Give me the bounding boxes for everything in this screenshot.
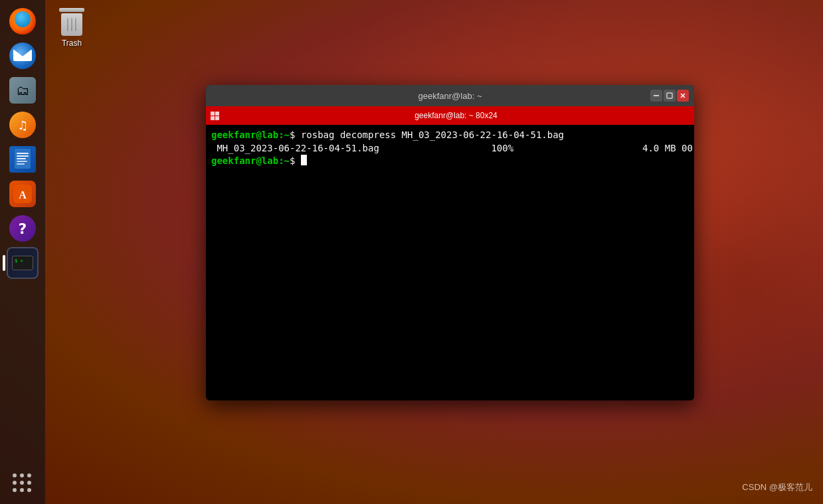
prompt-user-2: geekfanr@lab bbox=[211, 155, 278, 168]
watermark-text: CSDN @极客范儿 bbox=[742, 482, 812, 492]
dock-item-terminal[interactable] bbox=[7, 247, 39, 279]
dock-item-rhythmbox[interactable]: ♫ bbox=[7, 109, 39, 141]
minimize-button[interactable] bbox=[650, 90, 662, 102]
terminal-window-title: geekfanr@lab: ~ bbox=[418, 91, 482, 101]
prompt-path: :~ bbox=[278, 129, 290, 142]
firefox-icon bbox=[9, 8, 36, 35]
maximize-button[interactable] bbox=[664, 90, 676, 102]
writer-icon bbox=[9, 146, 36, 173]
appstore-icon: A bbox=[9, 181, 36, 207]
terminal-tab-title: geekfanr@lab: ~ 80x24 bbox=[222, 111, 690, 120]
dock-item-firefox[interactable] bbox=[7, 5, 39, 37]
grid-dot bbox=[13, 473, 17, 477]
terminal-window: geekfanr@lab: ~ bbox=[206, 85, 694, 400]
grid-dot bbox=[27, 481, 31, 485]
grid-dot bbox=[20, 481, 24, 485]
svg-rect-10 bbox=[667, 93, 672, 98]
grid-dot bbox=[13, 481, 17, 485]
dock-item-help[interactable]: ? bbox=[7, 212, 39, 244]
window-controls bbox=[650, 90, 689, 102]
prompt-dollar: $ bbox=[290, 129, 301, 142]
terminal-tab-bar: geekfanr@lab: ~ 80x24 bbox=[206, 106, 694, 125]
terminal-line-2: MH_03_2023-06-22-16-04-51.bag 100% 4.0 M… bbox=[211, 142, 689, 155]
dock-item-appstore[interactable]: A bbox=[7, 178, 39, 210]
trash-desktop-icon[interactable]: Trash bbox=[60, 8, 84, 48]
close-button[interactable] bbox=[677, 90, 689, 102]
watermark: CSDN @极客范儿 bbox=[742, 481, 812, 493]
svg-rect-5 bbox=[17, 161, 27, 162]
svg-rect-9 bbox=[654, 95, 659, 96]
svg-rect-3 bbox=[17, 155, 29, 157]
tab-icon bbox=[210, 111, 219, 120]
grid-dot bbox=[27, 488, 31, 492]
terminal-command: rosbag decompress MH_03_2023-06-22-16-04… bbox=[301, 129, 564, 142]
terminal-line-3: geekfanr@lab:~$ bbox=[211, 155, 689, 168]
terminal-output: MH_03_2023-06-22-16-04-51.bag 100% 4.0 M… bbox=[211, 142, 694, 155]
help-icon: ? bbox=[9, 215, 36, 242]
grid-dot bbox=[13, 488, 17, 492]
terminal-titlebar[interactable]: geekfanr@lab: ~ bbox=[206, 85, 694, 106]
files-icon: 🗂 bbox=[9, 77, 36, 104]
terminal-cursor bbox=[301, 155, 307, 165]
dock: 🗂 ♫ A bbox=[0, 0, 45, 504]
rhythmbox-icon: ♫ bbox=[9, 112, 36, 138]
svg-rect-6 bbox=[17, 163, 25, 165]
dock-item-files[interactable]: 🗂 bbox=[7, 74, 39, 106]
dock-item-thunderbird[interactable] bbox=[7, 40, 39, 72]
desktop: 🗂 ♫ A bbox=[0, 0, 823, 504]
svg-rect-4 bbox=[17, 158, 26, 159]
app-grid-button[interactable] bbox=[13, 473, 33, 493]
grid-dot bbox=[20, 473, 24, 477]
prompt-dollar-2: $ bbox=[290, 155, 301, 168]
thunderbird-icon bbox=[9, 42, 36, 69]
trash-label: Trash bbox=[62, 39, 82, 48]
terminal-dock-icon bbox=[7, 247, 39, 279]
trash-can-image bbox=[60, 8, 84, 36]
svg-rect-2 bbox=[17, 153, 29, 154]
terminal-body[interactable]: geekfanr@lab:~$ rosbag decompress MH_03_… bbox=[206, 125, 694, 400]
terminal-line-1: geekfanr@lab:~$ rosbag decompress MH_03_… bbox=[211, 129, 689, 142]
grid-dot bbox=[27, 473, 31, 477]
svg-text:A: A bbox=[19, 189, 27, 201]
prompt-path-2: :~ bbox=[278, 155, 290, 168]
grid-dot bbox=[20, 488, 24, 492]
dock-item-writer[interactable] bbox=[7, 143, 39, 175]
prompt-user: geekfanr@lab bbox=[211, 129, 278, 142]
